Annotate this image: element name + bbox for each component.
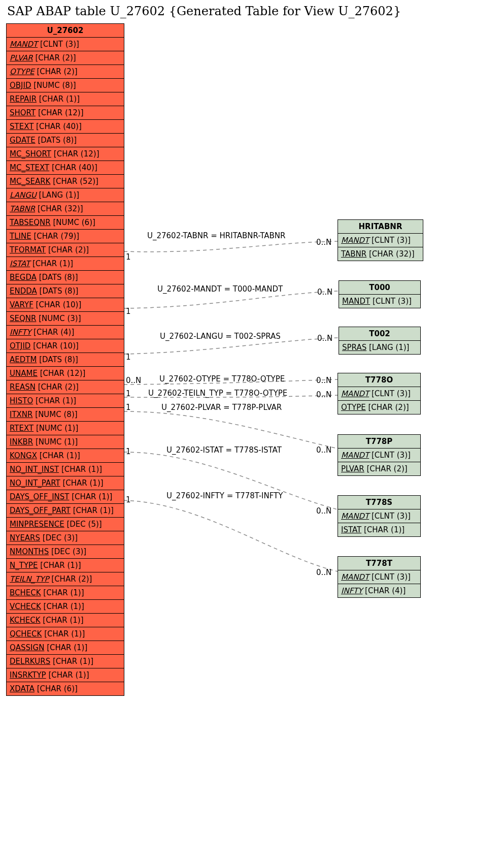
entity-t778s: T778S MANDT [CLNT (3)]ISTAT [CHAR (1)] [338, 495, 421, 537]
field-name: TEILN_TYP [10, 574, 49, 584]
field-type: [CHAR (79)] [31, 232, 79, 241]
field-row: XDATA [CHAR (6)] [7, 682, 124, 695]
field-type: [CHAR (4)] [362, 586, 406, 595]
entity-hritabnr: HRITABNR MANDT [CLNT (3)]TABNR [CHAR (32… [338, 219, 423, 261]
field-row: AEDTM [DATS (8)] [7, 353, 124, 367]
field-name: INSRKTYP [10, 670, 46, 680]
field-row: SEQNR [NUMC (3)] [7, 312, 124, 326]
field-row: MC_SEARK [CHAR (52)] [7, 175, 124, 188]
relation-label: U_27602-ISTAT = T778S-ISTAT [166, 445, 282, 455]
field-type: [CHAR (2)] [364, 464, 408, 473]
field-type: [NUMC (8)] [31, 81, 76, 90]
field-row: VCHECK [CHAR (1)] [7, 600, 124, 614]
cardinality-right: 0..N [316, 376, 331, 385]
field-row: INFTY [CHAR (4)] [7, 326, 124, 339]
field-name: REPAIR [10, 94, 37, 104]
field-name: MANDT [342, 297, 370, 306]
field-row: ENDDA [DATS (8)] [7, 284, 124, 298]
entity-t000: T000 MANDT [CLNT (3)] [339, 280, 421, 308]
field-type: [CHAR (1)] [41, 616, 84, 625]
field-type: [CHAR (40)] [49, 163, 97, 172]
field-name: SEQNR [10, 314, 36, 323]
field-type: [CHAR (1)] [50, 657, 93, 666]
field-row: UNAME [CHAR (12)] [7, 367, 124, 380]
field-type: [CLNT (3)] [369, 389, 411, 398]
field-name: SHORT [10, 108, 36, 117]
field-type: [CHAR (2)] [49, 574, 92, 584]
field-type: [NUMC (1)] [33, 424, 78, 433]
field-type: [CHAR (12)] [36, 108, 83, 117]
field-type: [CHAR (2)] [35, 67, 78, 76]
entity-header: HRITABNR [338, 220, 423, 234]
field-row: NYEARS [DEC (3)] [7, 531, 124, 545]
field-type: [CHAR (1)] [44, 643, 87, 652]
field-type: [CHAR (12)] [38, 369, 85, 378]
field-name: BEGDA [10, 273, 37, 282]
field-type: [CHAR (1)] [41, 602, 84, 611]
page-title: SAP ABAP table U_27602 {Generated Table … [7, 4, 504, 18]
field-row: MC_STEXT [CHAR (40)] [7, 161, 124, 175]
relation-label: U_27602-OTYPE = T778O-OTYPE [159, 374, 285, 383]
cardinality-right: 0..N [316, 238, 331, 247]
field-row: LANGU [LANG (1)] [7, 188, 124, 202]
field-name: TFORMAT [10, 245, 46, 254]
field-name: INFTY [341, 586, 362, 595]
field-name: AEDTM [10, 355, 37, 364]
relation-label: U_27602-MANDT = T000-MANDT [157, 284, 283, 294]
entity-header: U_27602 [7, 24, 124, 38]
field-row: TABNR [CHAR (32)] [7, 202, 124, 216]
field-type: [CHAR (12)] [51, 149, 99, 158]
field-name: VCHECK [10, 602, 41, 611]
field-type: [CHAR (1)] [37, 451, 80, 460]
entity-t778o: T778O MANDT [CLNT (3)]OTYPE [CHAR (2)] [338, 373, 421, 414]
field-name: NMONTHS [10, 547, 49, 556]
field-row: INSRKTYP [CHAR (1)] [7, 668, 124, 682]
field-row: INFTY [CHAR (4)] [338, 584, 420, 597]
field-name: BCHECK [10, 588, 41, 597]
field-type: [CHAR (2)] [366, 403, 409, 412]
field-type: [CLNT (3)] [38, 40, 79, 49]
field-type: [LANG (1)] [37, 190, 79, 200]
entity-t778t: T778T MANDT [CLNT (3)]INFTY [CHAR (4)] [338, 556, 421, 598]
field-type: [CHAR (2)] [36, 382, 79, 392]
field-type: [DEC (5)] [64, 520, 102, 529]
field-row: NO_INT_PART [CHAR (1)] [7, 476, 124, 490]
field-name: TLINE [10, 232, 31, 241]
field-row: PLVAR [CHAR (2)] [338, 462, 420, 475]
field-type: [CLNT (3)] [370, 297, 412, 306]
field-type: [CHAR (1)] [42, 629, 85, 638]
entity-header: T778T [338, 557, 420, 570]
field-name: N_TYPE [10, 561, 38, 570]
cardinality-right: 0..N [317, 334, 332, 343]
field-type: [CHAR (10)] [30, 341, 78, 350]
field-name: NYEARS [10, 533, 40, 542]
field-type: [CHAR (6)] [35, 684, 78, 693]
field-name: MC_SHORT [10, 149, 51, 158]
field-name: STEXT [10, 122, 33, 131]
field-type: [CHAR (10)] [33, 300, 81, 309]
field-name: INKBR [10, 437, 33, 446]
field-row: NO_INT_INST [CHAR (1)] [7, 463, 124, 476]
field-row: MANDT [CLNT (3)] [7, 38, 124, 51]
entity-t778p: T778P MANDT [CLNT (3)]PLVAR [CHAR (2)] [338, 434, 421, 476]
field-name: MC_SEARK [10, 177, 50, 186]
field-row: MC_SHORT [CHAR (12)] [7, 147, 124, 161]
field-type: [CLNT (3)] [369, 236, 411, 245]
cardinality-left: 1 [126, 389, 131, 398]
field-row: ISTAT [CHAR (1)] [338, 523, 420, 536]
field-row: MANDT [CLNT (3)] [338, 234, 423, 247]
field-row: DELRKURS [CHAR (1)] [7, 655, 124, 668]
entity-t002: T002 SPRAS [LANG (1)] [339, 327, 421, 355]
field-row: MANDT [CLNT (3)] [338, 387, 420, 401]
field-row: INKBR [NUMC (1)] [7, 435, 124, 449]
field-name: DAYS_OFF_PART [10, 506, 71, 515]
field-name: NO_INT_PART [10, 478, 60, 488]
field-type: [CHAR (1)] [69, 492, 112, 501]
field-row: DAYS_OFF_PART [CHAR (1)] [7, 504, 124, 518]
field-type: [DATS (8)] [37, 355, 78, 364]
field-name: MANDT [341, 389, 369, 398]
field-row: SHORT [CHAR (12)] [7, 106, 124, 120]
field-name: KCHECK [10, 616, 41, 625]
entity-header: T778S [338, 496, 420, 509]
relation-label: U_27602-TEILN_TYP = T778O-OTYPE [148, 389, 287, 398]
